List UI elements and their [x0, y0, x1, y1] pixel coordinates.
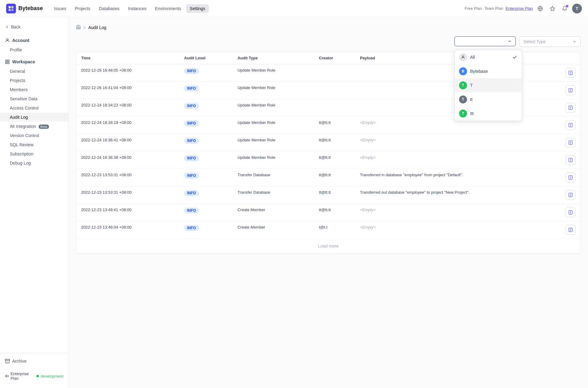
- user-dropdown-trigger[interactable]: [454, 36, 516, 46]
- translate-icon-btn[interactable]: [535, 4, 545, 13]
- dropdown-option-all[interactable]: All: [455, 50, 522, 64]
- payload-view-button[interactable]: [566, 103, 575, 113]
- dropdown-option-tt[interactable]: T tt: [455, 92, 522, 106]
- payload-view-button[interactable]: [566, 225, 575, 235]
- col-audit-type: Audit Type: [232, 52, 314, 64]
- load-more-button[interactable]: Load more: [76, 238, 580, 253]
- team-plan-link[interactable]: Team Plan: [484, 6, 503, 11]
- cell-creator: tt@tt.tt: [314, 134, 355, 151]
- sidebar-item-access-control[interactable]: Access Control: [0, 103, 68, 113]
- cell-time: 2022-12-26 16:48:05 +08:00: [76, 64, 179, 82]
- app-logo[interactable]: Bytebase: [6, 4, 43, 13]
- nav-item-settings[interactable]: Settings: [186, 4, 209, 13]
- payload-view-button[interactable]: [566, 155, 575, 165]
- col-audit-level: Audit Level: [179, 52, 233, 64]
- option-T-label: T: [470, 83, 473, 88]
- cell-creator: tt@tt.tt: [314, 169, 355, 186]
- cell-type: Transfer Database: [232, 169, 314, 186]
- type-dropdown-placeholder: Select Type: [523, 39, 546, 44]
- sidebar-item-sql-review[interactable]: SQL Review: [0, 140, 68, 149]
- archive-label: Archive: [12, 359, 27, 364]
- sidebar-section-account: Account Profile: [0, 34, 68, 56]
- cell-time: 2022-12-24 16:36:41 +08:00: [76, 134, 179, 151]
- dropdown-option-bytebase[interactable]: B Bytebase: [455, 64, 522, 78]
- nav-item-environments[interactable]: Environments: [151, 4, 185, 13]
- star-icon-btn[interactable]: [548, 4, 557, 13]
- payload-view-button[interactable]: [566, 207, 575, 217]
- sound-icon: [5, 374, 9, 378]
- sidebar-item-debug-log[interactable]: Debug Log: [0, 159, 68, 168]
- nav-item-databases[interactable]: Databases: [95, 4, 123, 13]
- breadcrumb-separator: >: [83, 25, 86, 30]
- cell-creator: tt@tt.tt: [314, 151, 355, 169]
- sidebar-item-projects[interactable]: Projects: [0, 76, 68, 85]
- archive-item[interactable]: Archive: [5, 357, 63, 365]
- table-row: 2022-12-24 16:36:38 +08:00 INFO Update M…: [76, 151, 580, 169]
- cell-type: Update Member Role: [232, 82, 314, 99]
- user-dropdown-menu: All B Bytebase T T T tt: [454, 50, 522, 121]
- cell-level: INFO: [179, 221, 233, 239]
- cell-payload: <Empty>: [355, 221, 580, 238]
- sidebar-item-members[interactable]: Members: [0, 85, 68, 94]
- cell-payload: Transferred in database "employee" from …: [355, 169, 580, 186]
- sidebar-item-profile[interactable]: Profile: [0, 45, 68, 54]
- dropdown-option-T[interactable]: T T: [455, 78, 522, 92]
- type-dropdown-trigger[interactable]: Select Type: [519, 36, 581, 47]
- sidebar-item-general[interactable]: General: [0, 67, 68, 76]
- cell-time: 2022-12-24 18:34:23 +08:00: [76, 99, 179, 117]
- user-filter-dropdown: All B Bytebase T T T tt: [454, 36, 516, 47]
- top-navigation: Bytebase Issues Projects Databases Insta…: [0, 0, 588, 17]
- logo-icon: [6, 4, 16, 13]
- nav-item-instances[interactable]: Instances: [124, 4, 150, 13]
- sidebar-item-subscription[interactable]: Subscription: [0, 149, 68, 159]
- cell-level: INFO: [179, 169, 233, 186]
- beta-badge: Beta: [39, 125, 49, 129]
- status-dot: [36, 375, 39, 377]
- payload-view-button[interactable]: [566, 120, 575, 130]
- sidebar-item-sensitive-data[interactable]: Sensitive Data: [0, 94, 68, 103]
- notification-dot: [566, 5, 568, 7]
- filter-bar: All B Bytebase T T T tt: [76, 36, 581, 47]
- svg-rect-10: [8, 62, 9, 64]
- svg-point-7: [6, 39, 8, 40]
- im-integration-label: IM Integration: [10, 124, 36, 129]
- notification-icon-btn[interactable]: [560, 4, 570, 13]
- table-row: 2022-12-23 13:48:41 +08:00 INFO Create M…: [76, 204, 580, 221]
- workspace-header-label: Workspace: [12, 59, 35, 64]
- cell-payload: Transferred out database "employee" to p…: [355, 186, 580, 203]
- svg-rect-1: [11, 6, 13, 8]
- cell-level: INFO: [179, 204, 233, 221]
- main-content: > Audit Log All: [69, 17, 588, 388]
- payload-view-button[interactable]: [566, 68, 575, 78]
- nav-item-projects[interactable]: Projects: [71, 4, 94, 13]
- enterprise-plan-link[interactable]: Enterprise Plan: [506, 6, 533, 11]
- cell-time: 2022-12-23 13:53:31 +08:00: [76, 186, 179, 204]
- cell-level: INFO: [179, 151, 233, 169]
- nav-item-issues[interactable]: Issues: [50, 4, 70, 13]
- col-creator: Creator: [314, 52, 355, 64]
- back-button[interactable]: Back: [0, 22, 68, 32]
- payload-view-button[interactable]: [566, 190, 575, 200]
- payload-view-button[interactable]: [566, 138, 575, 147]
- svg-rect-12: [5, 359, 10, 360]
- chevron-down-icon: [507, 39, 512, 43]
- sidebar-item-version-control[interactable]: Version Control: [0, 131, 68, 140]
- user-avatar[interactable]: T: [572, 4, 582, 13]
- payload-view-button[interactable]: [566, 173, 575, 182]
- sidebar-item-audit-log[interactable]: Audit Log: [0, 113, 68, 122]
- free-plan-link[interactable]: Free Plan: [465, 6, 482, 11]
- option-tt-label: tt: [470, 97, 473, 102]
- svg-rect-8: [6, 60, 7, 62]
- cell-creator: [314, 99, 355, 117]
- sidebar-item-im-integration[interactable]: IM Integration Beta: [0, 122, 68, 131]
- option-ttt-label: ttt: [470, 111, 474, 116]
- home-icon[interactable]: [76, 24, 81, 30]
- dropdown-option-ttt[interactable]: T ttt: [455, 106, 522, 121]
- payload-view-button[interactable]: [566, 85, 575, 95]
- svg-rect-9: [8, 60, 9, 62]
- cell-level: INFO: [179, 99, 233, 117]
- cell-payload: <Empty>: [355, 151, 580, 169]
- cell-creator: [314, 64, 355, 82]
- svg-rect-0: [9, 6, 11, 8]
- table-row: 2022-12-23 13:53:31 +08:00 INFO Transfer…: [76, 186, 580, 204]
